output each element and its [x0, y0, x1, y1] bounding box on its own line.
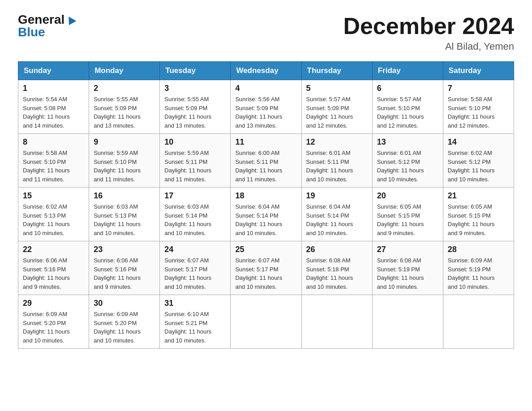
- calendar-cell: 22 Sunrise: 6:06 AM Sunset: 5:16 PM Dayl…: [18, 241, 89, 295]
- calendar-cell: 9 Sunrise: 5:59 AM Sunset: 5:10 PM Dayli…: [89, 134, 160, 188]
- day-number: 23: [94, 245, 155, 254]
- day-info: Sunrise: 5:57 AM Sunset: 5:10 PM Dayligh…: [377, 95, 438, 130]
- calendar-cell: 8 Sunrise: 5:58 AM Sunset: 5:10 PM Dayli…: [18, 134, 89, 188]
- calendar-cell: 20 Sunrise: 6:05 AM Sunset: 5:15 PM Dayl…: [372, 188, 443, 241]
- calendar-cell: [443, 295, 514, 349]
- calendar-week-row: 22 Sunrise: 6:06 AM Sunset: 5:16 PM Dayl…: [18, 241, 514, 295]
- calendar-week-row: 8 Sunrise: 5:58 AM Sunset: 5:10 PM Dayli…: [18, 134, 514, 188]
- calendar-cell: [231, 295, 301, 349]
- day-info: Sunrise: 6:06 AM Sunset: 5:16 PM Dayligh…: [23, 256, 84, 291]
- calendar-cell: 4 Sunrise: 5:56 AM Sunset: 5:09 PM Dayli…: [231, 80, 301, 134]
- day-number: 22: [23, 245, 84, 254]
- logo-blue-text: Blue: [18, 25, 45, 39]
- day-number: 6: [377, 84, 438, 93]
- day-info: Sunrise: 6:08 AM Sunset: 5:18 PM Dayligh…: [306, 256, 368, 291]
- calendar-cell: 27 Sunrise: 6:08 AM Sunset: 5:19 PM Dayl…: [372, 241, 443, 295]
- calendar-cell: 25 Sunrise: 6:07 AM Sunset: 5:17 PM Dayl…: [231, 241, 301, 295]
- day-number: 30: [94, 299, 155, 308]
- day-info: Sunrise: 6:02 AM Sunset: 5:12 PM Dayligh…: [448, 149, 509, 184]
- page-header: General Blue December 2024 Al Bilad, Yem…: [18, 13, 514, 52]
- day-info: Sunrise: 6:04 AM Sunset: 5:14 PM Dayligh…: [235, 202, 296, 237]
- day-info: Sunrise: 5:55 AM Sunset: 5:09 PM Dayligh…: [94, 95, 155, 130]
- calendar-header-friday: Friday: [372, 62, 443, 80]
- day-info: Sunrise: 6:01 AM Sunset: 5:12 PM Dayligh…: [377, 149, 438, 184]
- day-info: Sunrise: 6:07 AM Sunset: 5:17 PM Dayligh…: [164, 256, 226, 291]
- location-label: Al Bilad, Yemen: [343, 41, 514, 52]
- calendar-cell: 12 Sunrise: 6:01 AM Sunset: 5:11 PM Dayl…: [301, 134, 372, 188]
- calendar-cell: 10 Sunrise: 5:59 AM Sunset: 5:11 PM Dayl…: [160, 134, 231, 188]
- logo: General Blue: [18, 13, 75, 39]
- day-number: 19: [306, 191, 368, 201]
- day-number: 27: [377, 245, 438, 254]
- calendar-cell: 19 Sunrise: 6:04 AM Sunset: 5:14 PM Dayl…: [301, 188, 372, 241]
- calendar-header-row: SundayMondayTuesdayWednesdayThursdayFrid…: [18, 62, 514, 80]
- day-info: Sunrise: 6:05 AM Sunset: 5:15 PM Dayligh…: [377, 202, 438, 237]
- day-number: 25: [235, 245, 296, 254]
- calendar-header-sunday: Sunday: [18, 62, 89, 80]
- calendar-week-row: 29 Sunrise: 6:09 AM Sunset: 5:20 PM Dayl…: [18, 295, 514, 349]
- day-number: 9: [94, 137, 155, 147]
- calendar-header-wednesday: Wednesday: [231, 62, 301, 80]
- day-number: 24: [164, 245, 226, 254]
- day-info: Sunrise: 6:07 AM Sunset: 5:17 PM Dayligh…: [235, 256, 296, 291]
- day-number: 3: [164, 84, 226, 93]
- calendar-week-row: 1 Sunrise: 5:54 AM Sunset: 5:08 PM Dayli…: [18, 80, 514, 134]
- calendar-cell: 26 Sunrise: 6:08 AM Sunset: 5:18 PM Dayl…: [301, 241, 372, 295]
- day-number: 4: [235, 84, 296, 93]
- calendar-header-monday: Monday: [89, 62, 160, 80]
- day-info: Sunrise: 6:01 AM Sunset: 5:11 PM Dayligh…: [306, 149, 368, 184]
- day-number: 29: [23, 299, 84, 308]
- day-info: Sunrise: 6:09 AM Sunset: 5:20 PM Dayligh…: [23, 310, 84, 345]
- day-number: 13: [377, 137, 438, 147]
- day-number: 7: [448, 84, 509, 93]
- day-info: Sunrise: 6:10 AM Sunset: 5:21 PM Dayligh…: [164, 310, 226, 345]
- calendar-cell: 21 Sunrise: 6:05 AM Sunset: 5:15 PM Dayl…: [443, 188, 514, 241]
- day-number: 8: [23, 137, 84, 147]
- calendar-cell: 30 Sunrise: 6:09 AM Sunset: 5:20 PM Dayl…: [89, 295, 160, 349]
- day-info: Sunrise: 6:02 AM Sunset: 5:13 PM Dayligh…: [23, 202, 84, 237]
- day-number: 2: [94, 84, 155, 93]
- calendar-cell: 11 Sunrise: 6:00 AM Sunset: 5:11 PM Dayl…: [231, 134, 301, 188]
- calendar-cell: 13 Sunrise: 6:01 AM Sunset: 5:12 PM Dayl…: [372, 134, 443, 188]
- calendar-cell: 24 Sunrise: 6:07 AM Sunset: 5:17 PM Dayl…: [160, 241, 231, 295]
- day-info: Sunrise: 5:57 AM Sunset: 5:09 PM Dayligh…: [306, 95, 368, 130]
- day-info: Sunrise: 5:54 AM Sunset: 5:08 PM Dayligh…: [23, 95, 84, 130]
- day-info: Sunrise: 5:58 AM Sunset: 5:10 PM Dayligh…: [448, 95, 509, 130]
- calendar-cell: 31 Sunrise: 6:10 AM Sunset: 5:21 PM Dayl…: [160, 295, 231, 349]
- day-number: 20: [377, 191, 438, 201]
- calendar-cell: 5 Sunrise: 5:57 AM Sunset: 5:09 PM Dayli…: [301, 80, 372, 134]
- day-number: 12: [306, 137, 368, 147]
- calendar-cell: 2 Sunrise: 5:55 AM Sunset: 5:09 PM Dayli…: [89, 80, 160, 134]
- day-info: Sunrise: 5:56 AM Sunset: 5:09 PM Dayligh…: [235, 95, 296, 130]
- day-info: Sunrise: 6:06 AM Sunset: 5:16 PM Dayligh…: [94, 256, 155, 291]
- day-number: 28: [448, 245, 509, 254]
- calendar-header-tuesday: Tuesday: [160, 62, 231, 80]
- logo-general-line: General: [18, 13, 75, 26]
- calendar-cell: 18 Sunrise: 6:04 AM Sunset: 5:14 PM Dayl…: [231, 188, 301, 241]
- calendar-cell: 6 Sunrise: 5:57 AM Sunset: 5:10 PM Dayli…: [372, 80, 443, 134]
- day-info: Sunrise: 5:59 AM Sunset: 5:11 PM Dayligh…: [164, 149, 226, 184]
- calendar-cell: 29 Sunrise: 6:09 AM Sunset: 5:20 PM Dayl…: [18, 295, 89, 349]
- day-number: 21: [448, 191, 509, 201]
- day-info: Sunrise: 6:09 AM Sunset: 5:20 PM Dayligh…: [94, 310, 155, 345]
- logo-general-text: General: [18, 13, 64, 26]
- calendar-header-thursday: Thursday: [301, 62, 372, 80]
- calendar-cell: 7 Sunrise: 5:58 AM Sunset: 5:10 PM Dayli…: [443, 80, 514, 134]
- calendar-cell: 1 Sunrise: 5:54 AM Sunset: 5:08 PM Dayli…: [18, 80, 89, 134]
- day-info: Sunrise: 6:03 AM Sunset: 5:14 PM Dayligh…: [164, 202, 226, 237]
- calendar-cell: 17 Sunrise: 6:03 AM Sunset: 5:14 PM Dayl…: [160, 188, 231, 241]
- day-number: 11: [235, 137, 296, 147]
- calendar-cell: 14 Sunrise: 6:02 AM Sunset: 5:12 PM Dayl…: [443, 134, 514, 188]
- day-info: Sunrise: 6:04 AM Sunset: 5:14 PM Dayligh…: [306, 202, 368, 237]
- day-info: Sunrise: 6:09 AM Sunset: 5:19 PM Dayligh…: [448, 256, 509, 291]
- day-info: Sunrise: 6:05 AM Sunset: 5:15 PM Dayligh…: [448, 202, 509, 237]
- day-info: Sunrise: 6:00 AM Sunset: 5:11 PM Dayligh…: [235, 149, 296, 184]
- day-number: 5: [306, 84, 368, 93]
- calendar-cell: 23 Sunrise: 6:06 AM Sunset: 5:16 PM Dayl…: [89, 241, 160, 295]
- calendar-cell: 15 Sunrise: 6:02 AM Sunset: 5:13 PM Dayl…: [18, 188, 89, 241]
- day-info: Sunrise: 6:08 AM Sunset: 5:19 PM Dayligh…: [377, 256, 438, 291]
- day-number: 16: [94, 191, 155, 201]
- day-number: 1: [23, 84, 84, 93]
- calendar-cell: 16 Sunrise: 6:03 AM Sunset: 5:13 PM Dayl…: [89, 188, 160, 241]
- title-section: December 2024 Al Bilad, Yemen: [343, 13, 514, 52]
